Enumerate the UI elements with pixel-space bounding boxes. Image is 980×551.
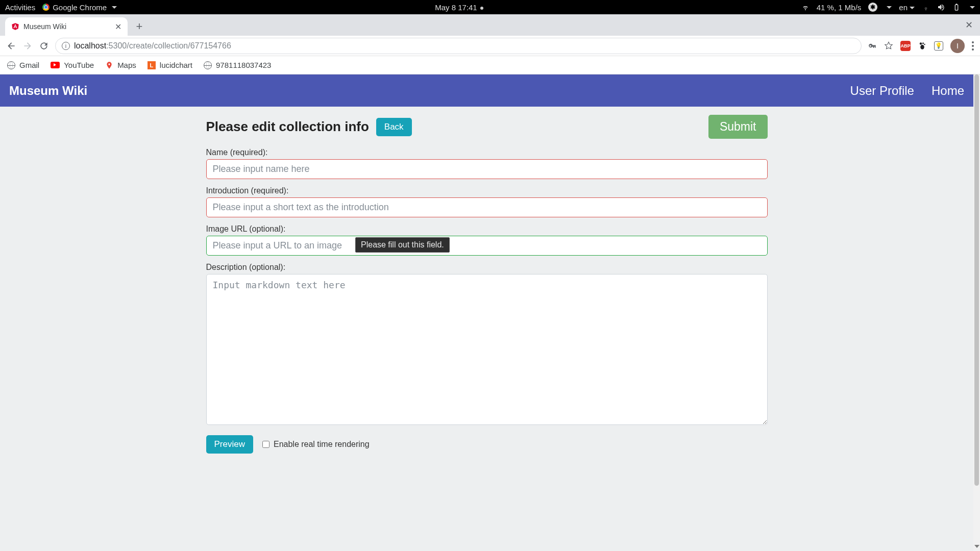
bookmark-star-icon[interactable] [884,41,893,51]
bookmark-gmail[interactable]: Gmail [7,61,39,69]
adblock-icon[interactable]: ABP [900,41,911,51]
preview-button[interactable]: Preview [206,435,253,454]
brand-title[interactable]: Museum Wiki [9,84,87,98]
bookmark-label: lucidchart [160,61,192,69]
chevron-down-icon [887,6,892,9]
notification-dot-icon [480,7,483,10]
scrollbar-down-arrow[interactable] [973,542,980,551]
browser-tab[interactable]: Museum Wiki ✕ [5,17,128,36]
chrome-icon [42,4,50,11]
form-container: Please edit collection info Back Submit … [206,107,768,454]
browser-menu-button[interactable] [972,41,974,51]
os-top-bar: Activities Google Chrome May 8 17:41 41 … [0,0,980,14]
vertical-scrollbar[interactable] [973,74,980,542]
bookmark-maps[interactable]: Maps [105,61,136,69]
maps-pin-icon [105,61,113,69]
name-label: Name (required): [206,148,768,157]
realtime-render-option[interactable]: Enable real time rendering [262,440,370,449]
wifi-icon [801,3,810,11]
svg-point-1 [922,42,924,44]
intro-label: Introduction (required): [206,186,768,195]
active-app-indicator[interactable]: Google Chrome [42,3,117,12]
nav-user-profile[interactable]: User Profile [850,84,914,98]
svg-point-0 [920,42,922,45]
bookmark-isbn[interactable]: 9781118037423 [204,61,271,69]
new-tab-button[interactable]: + [132,19,147,34]
browser-tabstrip: Museum Wiki ✕ + ✕ [0,14,980,36]
scrollbar-thumb[interactable] [974,74,979,486]
description-label: Description (optional): [206,263,768,272]
wifi-weak-icon [922,3,930,11]
url-text: localhost:5300/create/collection/6771547… [74,41,231,51]
address-bar[interactable]: i localhost:5300/create/collection/67715… [55,38,862,54]
clock[interactable]: May 8 17:41 [435,3,483,12]
active-app-name: Google Chrome [53,3,107,12]
accessibility-icon[interactable]: ✱ [868,3,877,12]
activities-button[interactable]: Activities [5,3,35,12]
browser-toolbar: i localhost:5300/create/collection/67715… [0,36,980,56]
submit-button[interactable]: Submit [708,115,768,139]
extension-icon[interactable]: 💡 [934,41,943,51]
bookmark-label: YouTube [64,61,94,69]
name-input[interactable] [206,159,768,179]
chevron-down-icon [910,7,915,9]
youtube-icon [51,62,60,68]
bookmark-youtube[interactable]: YouTube [51,61,94,69]
validation-tooltip: Please fill out this field. [355,237,450,253]
battery-icon [952,3,961,11]
back-button-page[interactable]: Back [376,118,412,136]
forward-button[interactable] [22,41,33,51]
back-button[interactable] [6,41,16,51]
bookmark-bar: Gmail YouTube Maps Llucidchart 978111803… [0,56,980,74]
gnome-footprint-icon[interactable] [918,41,927,51]
bookmark-label: Maps [117,61,136,69]
chevron-down-icon [112,6,117,9]
description-textarea[interactable] [206,274,768,425]
app-navbar: Museum Wiki User Profile Home [0,74,973,107]
bookmark-lucidchart[interactable]: Llucidchart [148,61,192,69]
page-viewport: Museum Wiki User Profile Home Please edi… [0,74,973,551]
image-url-input[interactable] [206,236,768,256]
profile-avatar[interactable]: I [950,39,965,53]
close-tab-button[interactable]: ✕ [115,22,121,32]
nav-home[interactable]: Home [932,84,964,98]
globe-icon [7,61,15,69]
bookmark-label: Gmail [19,61,39,69]
chevron-down-icon [970,6,975,9]
intro-input[interactable] [206,197,768,217]
svg-point-2 [924,43,925,44]
site-info-icon[interactable]: i [62,42,70,50]
image-url-label: Image URL (optional): [206,224,768,234]
battery-text: 41 %, 1 Mb/s [817,3,862,12]
angular-icon [11,22,19,31]
lucidchart-icon: L [148,61,156,69]
reload-button[interactable] [39,41,49,51]
password-key-icon[interactable] [868,41,877,51]
volume-icon[interactable] [937,3,945,11]
keyboard-lang[interactable]: en [899,3,915,12]
svg-point-3 [920,44,924,49]
realtime-render-label: Enable real time rendering [274,440,370,449]
tab-title: Museum Wiki [23,22,66,31]
globe-icon [204,61,212,69]
svg-point-4 [108,63,110,65]
window-close-button[interactable]: ✕ [965,19,973,31]
bookmark-label: 9781118037423 [216,61,271,69]
page-heading: Please edit collection info [206,119,369,135]
realtime-render-checkbox[interactable] [262,441,270,448]
